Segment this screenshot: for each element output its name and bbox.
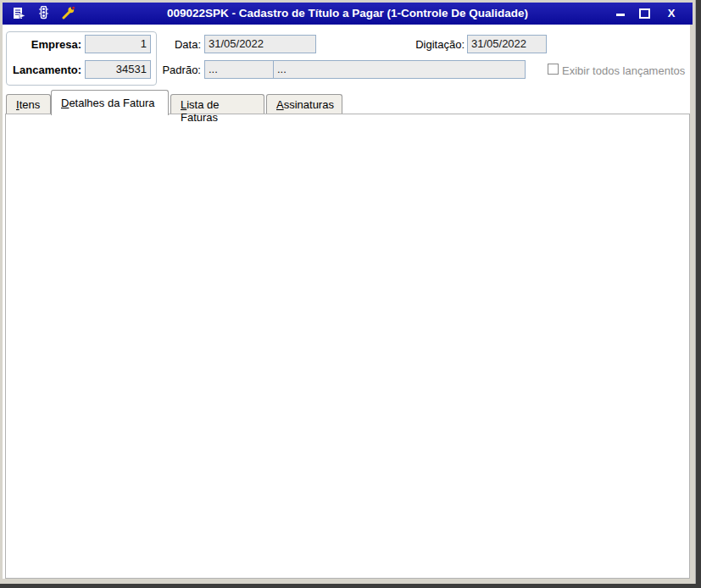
titlebar: 009022SPK - Cadastro de Título a Pagar (… [3,3,693,25]
digitacao-label: Digitação: [405,38,465,51]
minimize-button[interactable] [611,6,630,21]
maximize-button[interactable] [635,6,654,21]
maximize-icon [639,8,650,19]
padrao-desc-field[interactable]: ... [273,60,526,79]
minimize-icon [616,14,625,16]
padrao-label: Padrão: [158,64,201,76]
window-title: 009022SPK - Cadastro de Título a Pagar (… [3,7,693,19]
tab-assinaturas[interactable]: Assinaturas [266,94,342,114]
data-field[interactable]: 31/05/2022 [204,35,316,53]
exibir-label: Exibir todos lançamentos [562,64,685,77]
tab-content-panel [5,114,690,579]
digitacao-field[interactable]: 31/05/2022 [467,35,547,53]
app-window: 009022SPK - Cadastro de Título a Pagar (… [0,0,696,584]
empresa-label: Empresa: [7,38,81,51]
tab-itens[interactable]: Itens [6,94,51,114]
exibir-checkbox[interactable] [548,64,559,75]
lancamento-field[interactable]: 34531 [85,60,151,79]
close-button[interactable]: X [662,6,681,21]
screen: { "titlebar": { "title": "009022SPK - Ca… [0,0,701,588]
tab-detalhes-da-fatura[interactable]: Detalhes da Fatura [51,90,169,115]
empresa-field[interactable]: 1 [85,35,151,53]
data-label: Data: [158,38,201,51]
tab-lista-de-faturas[interactable]: Lista de Faturas [170,94,264,114]
lancamento-label: Lancamento: [4,64,81,76]
padrao-code-field[interactable]: ... [204,60,274,79]
